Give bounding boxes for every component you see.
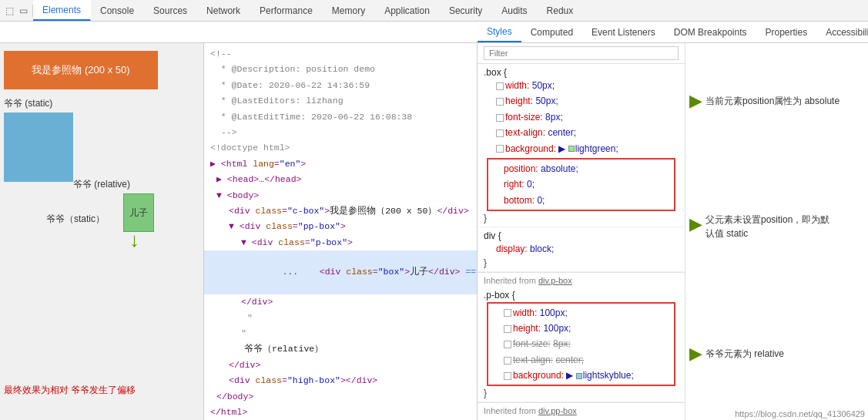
left-panel: 我是参照物 (200 x 50) 爷爷 (static) 爷爷 (relativ…: [0, 43, 204, 420]
html-line: <!doctype html>: [204, 140, 477, 156]
blue-box: [4, 113, 73, 182]
annotation-2: ▶ 父元素未设置position，即为默 认值 static: [689, 213, 829, 240]
tab-application[interactable]: Application: [375, 0, 440, 21]
tab-security[interactable]: Security: [440, 0, 492, 21]
html-line: ▶ <html lang="en">: [204, 156, 477, 172]
device-icon[interactable]: ▭: [17, 5, 29, 17]
tab-redux[interactable]: Redux: [538, 0, 584, 21]
style-line: width: 100px;: [491, 305, 671, 321]
html-line: </html>: [204, 405, 477, 420]
html-line: </body>: [204, 389, 477, 405]
sub-tab-accessibility[interactable]: Accessibility: [816, 22, 868, 42]
style-line: position: absolute;: [491, 161, 671, 176]
sub-tab-styles[interactable]: Styles: [478, 22, 521, 42]
sub-tab-computed[interactable]: Computed: [521, 22, 582, 42]
style-line: background: ▶ lightgreen;: [484, 141, 679, 156]
sub-tab-properties[interactable]: Properties: [756, 22, 816, 42]
annotation-left: 最终效果为相对 爷爷发生了偏移: [4, 383, 136, 397]
style-line: right: 0;: [491, 176, 671, 192]
rule-selector: div {: [484, 230, 679, 241]
tab-elements[interactable]: Elements: [33, 0, 91, 21]
styles-panel: .box { width: 50px; height: 50px; font-s…: [478, 43, 685, 420]
box-rule-highlighted: position: absolute; right: 0; bottom: 0;: [487, 158, 675, 211]
tab-audits[interactable]: Audits: [492, 0, 537, 21]
style-line: width: 50px;: [484, 78, 679, 93]
url-bar: https://blog.csdn.net/qq_41306429: [732, 408, 868, 420]
arrow-3-icon: ▶: [689, 344, 702, 364]
down-arrow-icon: ↓: [129, 228, 139, 252]
box-rule: .box { width: 50px; height: 50px; font-s…: [478, 64, 685, 227]
html-line: ▼ <div class="pp-box">: [204, 219, 477, 234]
right-with-annotations: .box { width: 50px; height: 50px; font-s…: [478, 43, 868, 420]
html-line: </div>: [204, 294, 477, 310]
html-line: ▼ <body>: [204, 188, 477, 203]
rule-selector: .box {: [484, 67, 679, 78]
devtools-toolbar: ⬚ ▭ Elements Console Sources Network Per…: [0, 0, 868, 22]
html-line: -->: [204, 125, 477, 140]
html-line: </div>: [204, 358, 477, 373]
html-line: * @Description: position demo: [204, 62, 477, 77]
rule-close: }: [484, 213, 679, 223]
grandpa-relative-label: 爷爷 (relative): [73, 178, 130, 191]
arrow-2-icon: ▶: [689, 214, 702, 234]
style-line: display: block;: [484, 241, 679, 257]
annotation-3: ▶ 爷爷元素为 relative: [689, 344, 784, 364]
demo-wrapper: 我是参照物 (200 x 50) 爷爷 (static) 爷爷 (relativ…: [0, 43, 203, 420]
annotation-2-text: 父元素未设置position，即为默 认值 static: [705, 213, 829, 240]
html-line: <div class="c-box">我是参照物（200 x 50）</div>: [204, 203, 477, 219]
tab-memory[interactable]: Memory: [323, 0, 375, 21]
style-line: height: 50px;: [484, 93, 679, 109]
style-line: text-align: center;: [491, 352, 671, 368]
tab-network[interactable]: Network: [197, 0, 250, 21]
rule-close: }: [484, 257, 679, 268]
html-line: * @LastEditTime: 2020-06-22 16:08:38: [204, 109, 477, 125]
ref-box: 我是参照物 (200 x 50): [4, 51, 158, 89]
tab-bar: Elements Console Sources Network Perform…: [33, 0, 868, 21]
annotations-panel: ▶ 当前元素position属性为 absolute ▶ 父元素未设置posit…: [685, 43, 868, 420]
style-line: height: 100px;: [491, 321, 671, 336]
html-line: <div class="high-box"></div>: [204, 373, 477, 388]
tab-console[interactable]: Console: [91, 0, 144, 21]
tab-sources[interactable]: Sources: [144, 0, 197, 21]
p-box-rule: .p-box { width: 100px; height: 100px; fo…: [478, 287, 685, 403]
grandpa-static-label: 爷爷 (static): [4, 97, 52, 110]
style-line: font-size: 8px;: [484, 109, 679, 125]
main-content: 我是参照物 (200 x 50) 爷爷 (static) 爷爷 (relativ…: [0, 43, 868, 420]
filter-input[interactable]: [484, 46, 679, 60]
style-line: font-size: 8px;: [491, 336, 671, 351]
rule-close: }: [484, 388, 679, 398]
annotation-1-text: 当前元素position属性为 absolute: [705, 94, 840, 108]
sub-tab-dom-breakpoints[interactable]: DOM Breakpoints: [665, 22, 756, 42]
p-box-rule-highlighted: width: 100px; height: 100px; font-size: …: [487, 302, 675, 387]
html-line: ": [204, 311, 477, 326]
style-line: text-align: center;: [484, 125, 679, 140]
filter-bar: [478, 43, 685, 64]
annotation-1: ▶ 当前元素position属性为 absolute: [689, 91, 840, 111]
arrow-1-icon: ▶: [689, 91, 702, 111]
tab-performance[interactable]: Performance: [250, 0, 323, 21]
p-box-link[interactable]: div.p-box: [538, 276, 572, 285]
html-line: ▼ <div class="p-box">: [204, 235, 477, 250]
child-box: 儿子: [123, 193, 154, 232]
cursor-icon[interactable]: ⬚: [3, 5, 15, 17]
pp-box-rule: .pp-box { width: 200px; height: 200px; f…: [478, 417, 685, 420]
html-line: <!--: [204, 46, 477, 62]
html-line: 爷爷（relative）: [204, 341, 477, 357]
inherited-p-box-label: Inherited from div.p-box: [478, 272, 685, 287]
html-line-selected[interactable]: ... <div class="box">儿子</div> == $0: [204, 250, 477, 294]
html-line: * @Date: 2020-06-22 14:36:59: [204, 78, 477, 93]
rule-selector: .p-box {: [484, 290, 679, 301]
sub-tab-bar: Styles Computed Event Listeners DOM Brea…: [0, 22, 868, 43]
annotation-3-text: 爷爷元素为 relative: [705, 347, 784, 361]
tool-icons: ⬚ ▭: [0, 5, 33, 17]
sub-tab-event-listeners[interactable]: Event Listeners: [582, 22, 665, 42]
html-line: * @LastEditors: lizhang: [204, 93, 477, 109]
html-line: ": [204, 326, 477, 341]
style-line: background: ▶ lightskyblue;: [491, 368, 671, 383]
html-line: ▶ <head>…</head>: [204, 172, 477, 187]
style-line: bottom: 0;: [491, 193, 671, 208]
inherited-pp-box-label: Inherited from div.pp-box: [478, 402, 685, 417]
pp-box-link[interactable]: div.pp-box: [538, 406, 577, 415]
html-tree-panel: <!-- * @Description: position demo * @Da…: [204, 43, 478, 420]
div-rule: div { display: block; }: [478, 227, 685, 271]
